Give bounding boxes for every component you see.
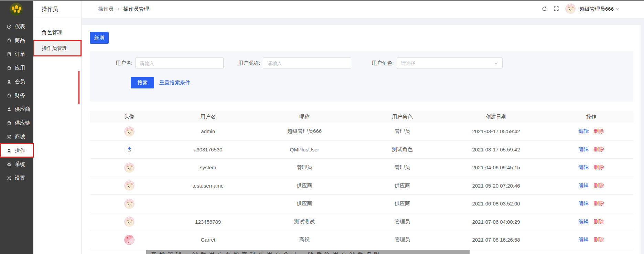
edit-link[interactable]: 编辑 [579,182,589,189]
cell-username: a303176530 [169,147,247,152]
sidebar-item-members[interactable]: 会员 [0,75,33,88]
cell-role: 供应商 [362,182,443,189]
sidebar-item-dashboard[interactable]: 仪表 [0,20,33,33]
cell-created-date: 2021-03-17 05:59:42 [443,147,549,152]
cell-created-date: 2021-03-17 05:59:42 [443,128,549,134]
username-field-group: 用户名: [116,57,224,69]
cell-role: 管理员 [362,219,443,225]
sidebar-item-goods[interactable]: 商品 [0,33,33,47]
cell-username: system [169,165,247,170]
table-body: admin 超级管理员666 管理员 2021-03-17 05:59:42 编… [90,123,633,249]
bag-icon [7,38,12,43]
avatar-dog [124,216,135,227]
username-input[interactable] [135,57,224,69]
submenu-title: 操作员 [33,0,81,18]
delete-link[interactable]: 删除 [594,182,604,189]
user-icon [7,148,12,153]
cell-username: 123456789 [169,219,247,225]
search-panel: 用户名: 用户昵称: 用户角色: 请选择 搜索 重置搜索条件 [90,51,633,102]
breadcrumb-parent[interactable]: 操作员 [98,6,114,12]
delete-link[interactable]: 删除 [594,236,604,243]
search-form-row: 用户名: 用户昵称: 用户角色: 请选择 [116,57,503,69]
submenu-item-role-management[interactable]: 角色管理 [33,24,81,40]
edit-link[interactable]: 编辑 [579,128,589,135]
chevron-down-icon [615,7,619,11]
reset-search-link[interactable]: 重置搜索条件 [159,80,190,86]
bag-icon [7,120,12,126]
sidebar-item-settings[interactable]: 设置 [0,171,33,185]
nickname-input[interactable] [263,57,351,69]
sidebar-item-label: 会员 [15,78,25,85]
delete-link[interactable]: 删除 [594,200,604,207]
delete-link[interactable]: 删除 [594,128,604,135]
user-icon [7,79,12,84]
nickname-label: 用户昵称: [238,60,260,66]
avatar-dog [124,126,135,137]
fullscreen-icon[interactable] [554,6,560,12]
role-select[interactable]: 请选择 [397,57,503,69]
role-select-placeholder: 请选择 [401,60,494,66]
sidebar-item-apps[interactable]: 应用 [0,61,33,75]
edit-link[interactable]: 编辑 [579,164,589,171]
sidebar-item-label: 商品 [15,37,25,44]
cell-username: admin [169,128,247,134]
delete-link[interactable]: 删除 [594,219,604,225]
table-row: admin 超级管理员666 管理员 2021-03-17 05:59:42 编… [90,123,633,141]
edit-link[interactable]: 编辑 [579,146,589,153]
cell-role: 管理员 [362,164,443,171]
sidebar-item-label: 操作 [15,147,25,154]
table-row: a303176530 QMPlusUser 测试角色 2021-03-17 05… [90,141,633,159]
primary-nav: 仪表 商品 订单 应用 会员 财务 供应商 供应链 商城 操作 [0,20,33,185]
cell-role: 管理员 [362,128,443,135]
bottom-notice-text: 新增管理：设置用户名和密码使用户登录，随后给用户设置权限 [146,250,470,254]
avatar-dog [124,199,135,209]
gear-icon [7,134,12,139]
column-header-username: 用户名 [169,114,247,120]
top-header: 操作员 > 操作员管理 超级管理员666 [82,0,644,18]
sidebar-item-label: 系统 [15,161,25,168]
avatar-dog [124,180,135,191]
app-root: 仪表 商品 订单 应用 会员 财务 供应商 供应链 商城 操作 [0,0,644,254]
cell-created-date: 2021-06-08 03:52:00 [443,201,549,207]
table-row: system 管理员 管理员 2021-04-06 09:45:15 编辑 删除 [90,159,633,177]
cell-username: testusername [169,183,247,189]
cell-nickname: 管理员 [247,164,362,171]
user-menu[interactable]: 超级管理员666 [565,3,619,15]
column-header-created: 创建日期 [443,114,549,120]
edit-link[interactable]: 编辑 [579,219,589,225]
cell-nickname: 供应商 [247,182,362,189]
column-header-role: 用户角色 [362,114,443,120]
search-actions-row: 搜索 重置搜索条件 [131,77,190,88]
sidebar-item-system[interactable]: 系统 [0,157,33,171]
delete-link[interactable]: 删除 [594,146,604,153]
bag-icon [7,93,12,98]
header-actions: 超级管理员666 [541,3,619,15]
edit-link[interactable]: 编辑 [579,236,589,243]
cell-created-date: 2021-07-08 16:26:58 [443,237,549,243]
sidebar-item-supply-chain[interactable]: 供应链 [0,116,33,130]
delete-link[interactable]: 删除 [594,164,604,171]
user-icon [7,107,12,112]
primary-sidebar: 仪表 商品 订单 应用 会员 财务 供应商 供应链 商城 操作 [0,0,33,254]
sidebar-item-finance[interactable]: 财务 [0,88,33,102]
add-button[interactable]: 新增 [90,32,109,44]
submenu-list: 角色管理 操作员管理 [33,18,81,56]
gear-icon [7,176,12,181]
search-button[interactable]: 搜索 [131,77,154,88]
cell-created-date: 2021-05-20 07:20:46 [443,183,549,189]
submenu-item-operator-management[interactable]: 操作员管理 [33,40,81,56]
avatar-pink [124,235,135,245]
refresh-icon[interactable] [541,6,548,12]
submenu-item-label: 角色管理 [42,29,62,36]
edit-link[interactable]: 编辑 [579,200,589,207]
sidebar-item-mall[interactable]: 商城 [0,130,33,144]
sidebar-item-orders[interactable]: 订单 [0,47,33,61]
app-logo[interactable] [10,3,23,16]
avatar-logo [124,144,135,155]
cell-role: 管理员 [362,236,443,243]
sidebar-item-supplier[interactable]: 供应商 [0,102,33,116]
sidebar-item-operations[interactable]: 操作 [0,144,33,157]
logo-image [10,11,23,16]
bag-icon [7,65,12,71]
content-card: 新增 用户名: 用户昵称: 用户角色: 请选择 [82,25,641,254]
